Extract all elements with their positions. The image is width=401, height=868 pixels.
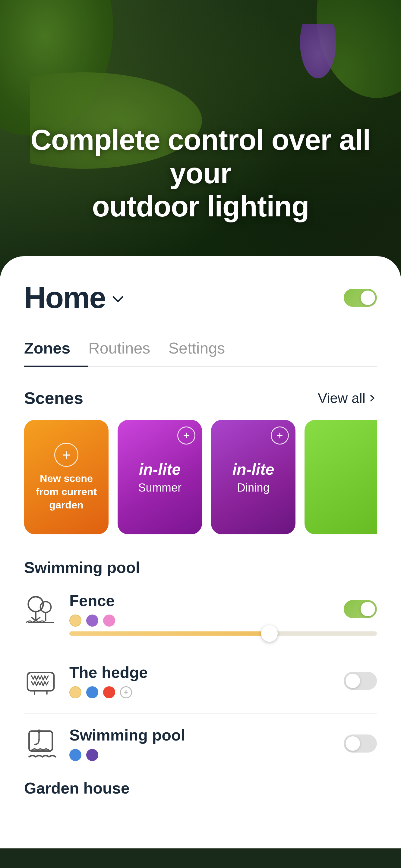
home-title: Home — [24, 280, 105, 315]
hero-title: Complete control over all your outdoor l… — [24, 123, 377, 223]
tab-settings[interactable]: Settings — [168, 333, 243, 366]
divider-1 — [24, 651, 377, 651]
new-scene-label: New scenefrom currentgarden — [30, 472, 103, 512]
slider-track-fence — [69, 631, 377, 636]
color-dots-hedge: + — [69, 686, 332, 698]
scene-card-dining[interactable]: + in-lite Dining — [211, 420, 296, 534]
zone-name-pool: Swimming pool — [69, 726, 332, 744]
scene-card-fourth[interactable] — [305, 420, 377, 534]
hero-text-block: Complete control over all your outdoor l… — [0, 123, 401, 223]
scenes-row: + New scenefrom currentgarden + in-lite … — [24, 420, 377, 534]
zone-group-garden-house: Garden house — [24, 779, 377, 797]
color-dot-2 — [86, 615, 98, 627]
color-dot-hedge-1 — [69, 686, 82, 698]
color-dot-pool-1 — [69, 749, 82, 761]
slider-fence[interactable] — [24, 631, 377, 636]
zone-name-fence: Fence — [69, 592, 332, 610]
scenes-title: Scenes — [24, 388, 83, 408]
card-header: Home — [24, 280, 377, 315]
zone-icon-fence — [24, 592, 57, 626]
chevron-down-icon — [110, 291, 125, 307]
scene-name-summer: Summer — [138, 481, 182, 494]
color-dots-pool — [69, 749, 332, 761]
scene-plus-icon-summer: + — [177, 427, 195, 444]
color-dots-fence — [69, 615, 332, 627]
svg-point-4 — [37, 730, 41, 733]
color-dot-hedge-2 — [86, 686, 98, 698]
zone-item-hedge: The hedge + — [24, 663, 377, 698]
scene-plus-icon-dining: + — [271, 427, 289, 444]
zone-toggle-fence[interactable] — [344, 600, 377, 618]
slider-fill-fence — [69, 631, 269, 636]
scene-card-new[interactable]: + New scenefrom currentgarden — [24, 420, 109, 534]
zone-info-fence: Fence — [69, 592, 332, 627]
tab-routines[interactable]: Routines — [88, 333, 168, 366]
zone-row-pool: Swimming pool — [24, 726, 377, 761]
zone-row-hedge: The hedge + — [24, 663, 377, 698]
scenes-section-header: Scenes View all — [24, 388, 377, 408]
zone-group-title-swimming-pool: Swimming pool — [24, 558, 377, 577]
color-dot-1 — [69, 615, 82, 627]
color-dot-3 — [103, 615, 115, 627]
scene-card-summer[interactable]: + in-lite Summer — [118, 420, 202, 534]
zone-item-fence: Fence — [24, 592, 377, 636]
divider-2 — [24, 713, 377, 714]
scene-brand-dining: in-lite — [233, 460, 274, 478]
zone-group-title-garden-house: Garden house — [24, 779, 377, 797]
add-scene-icon: + — [54, 443, 79, 467]
color-dot-hedge-3 — [103, 686, 115, 698]
zone-icon-pool — [24, 727, 57, 760]
zone-toggle-hedge[interactable] — [344, 672, 377, 690]
zone-icon-hedge — [24, 664, 57, 698]
view-all-button[interactable]: View all — [318, 390, 377, 406]
flower-decoration — [296, 24, 341, 84]
zone-row-fence: Fence — [24, 592, 377, 627]
color-dot-plus-hedge[interactable]: + — [120, 686, 132, 698]
zone-toggle-pool[interactable] — [344, 735, 377, 752]
color-dot-pool-2 — [86, 749, 98, 761]
scene-name-dining: Dining — [237, 481, 270, 494]
zone-group-swimming-pool: Swimming pool — [24, 558, 377, 761]
tab-zones[interactable]: Zones — [24, 333, 88, 366]
main-card: Home Zones Routines Settings Scenes View… — [0, 256, 401, 848]
slider-thumb-fence[interactable] — [261, 625, 278, 642]
home-selector[interactable]: Home — [24, 280, 125, 315]
chevron-right-icon — [368, 394, 377, 403]
scene-brand-summer: in-lite — [139, 460, 181, 478]
tabs-bar: Zones Routines Settings — [24, 333, 377, 367]
zone-item-pool: Swimming pool — [24, 726, 377, 761]
home-toggle[interactable] — [344, 289, 377, 307]
zone-info-pool: Swimming pool — [69, 726, 332, 761]
zone-info-hedge: The hedge + — [69, 663, 332, 698]
zone-name-hedge: The hedge — [69, 663, 332, 681]
svg-rect-3 — [29, 731, 53, 751]
